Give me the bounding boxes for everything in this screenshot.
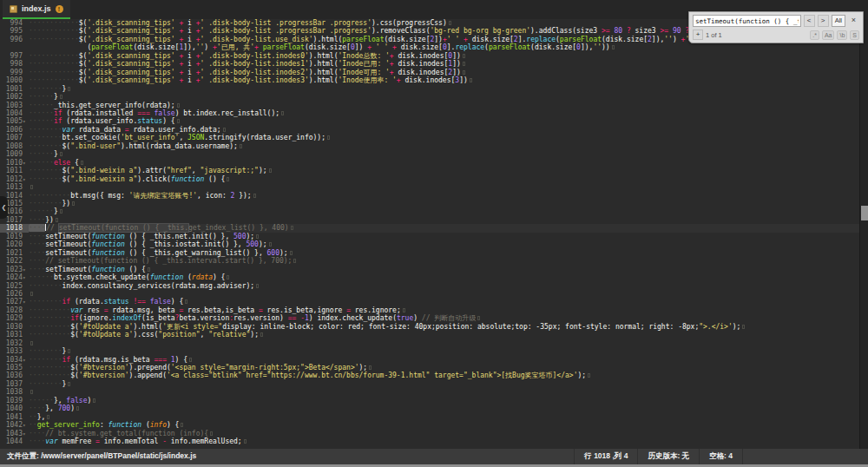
code-line: 1013 [0,183,859,191]
code-line: 1022····// setTimeout(function () { _thi… [0,257,859,265]
fold-marker-icon[interactable]: ▾ [23,421,29,429]
regex-toggle[interactable]: .* [810,30,819,40]
line-number: 1007 [0,134,29,141]
code-line: 1043▾····// bt.system.get_total(function… [0,430,859,437]
code-line: 1041··}, [0,413,859,421]
line-number: 1040 [0,405,29,412]
eol-marker [177,119,180,123]
spaces-setting[interactable]: 空格: 4 [699,449,743,464]
code-line: 1023▾····setTimeout(function () { [0,266,859,273]
eol-marker [256,234,259,239]
status-bar: 文件位置: /www/server/panel/BTPanel/static/j… [0,449,868,464]
code-line: 1032 [0,339,859,347]
eol-marker [742,325,745,329]
eol-marker [30,185,33,189]
js-file-icon [10,5,17,13]
line-number: 997 [0,52,29,60]
eol-marker [253,194,256,198]
line-number: 1020 [0,240,29,248]
line-number: 1018 [0,224,29,232]
line-number: 1009 [0,150,29,158]
code-line: 1024▾······bt.system.check_update(functi… [0,273,859,281]
code-area[interactable]: 994············$('.disk_scanning_tips' +… [0,19,859,449]
line-number: 1021 [0,249,29,257]
eol-marker [181,423,183,427]
close-search-icon[interactable]: × [848,15,859,27]
fold-marker-icon[interactable]: ▾ [23,298,29,306]
find-prev-button[interactable]: < [804,15,815,27]
fold-marker-icon[interactable]: ▾ [23,430,29,437]
eol-marker [60,209,62,214]
fold-marker-icon[interactable]: ▾ [23,356,29,364]
line-number: 999 [0,69,29,76]
fold-marker-icon[interactable]: ▾ [23,159,29,167]
eol-marker [227,177,229,181]
code-line: 1033········} [0,347,859,355]
line-number: 998 [0,60,29,68]
line-number: 1041 [0,413,29,421]
collapse-sidebar-button[interactable]: ❮ [0,196,8,219]
code-line: 1044····var memFree = info.memTotal - in… [0,437,859,445]
fold-marker-icon[interactable]: ▾ [23,266,29,273]
fold-marker-icon[interactable]: ▾ [23,273,29,281]
line-number: 1022 [0,257,29,265]
line-number: 1024▾ [0,273,29,281]
code-line: 1014··········bt.msg({ msg: '请先绑定宝塔账号!',… [0,192,859,200]
scrollbar-thumb[interactable] [861,206,868,220]
eol-marker [189,358,192,362]
code-line: 1040····}, 700) [0,405,859,412]
code-line: 1030··········$('#toUpdate a').html('更新<… [0,323,859,331]
eol-marker [327,135,330,140]
eol-marker [403,308,405,312]
case-toggle[interactable]: Aa [822,30,835,40]
eol-marker [269,168,272,173]
code-line: 1029··········if(ignore.indexOf(is_beta?… [0,314,859,322]
eol-marker [68,382,70,386]
eol-marker [290,251,293,255]
code-line: 1037········} [0,380,859,388]
code-line: 1017····}) [0,216,859,224]
search-panel: < > All × + 1 of 1 .* Aa \b S [688,11,864,43]
code-line: 1021····setTimeout(function () { _this.g… [0,249,859,257]
eol-marker [260,332,263,337]
search-input[interactable] [693,15,801,27]
eol-marker [177,103,180,108]
line-number: 1010▾ [0,159,29,167]
eol-marker [369,365,372,370]
code-line: 1028··········var res = rdata.msg, beta … [0,306,859,314]
fold-marker-icon[interactable]: ▾ [23,117,29,125]
code-line: 1025········index.consultancy_services(r… [0,282,859,290]
line-number: 1029 [0,314,29,322]
line-number: 1039 [0,397,29,405]
eol-marker [223,128,226,132]
whole-word-toggle[interactable]: \b [837,30,847,40]
fold-marker-icon[interactable]: ▾ [23,175,29,183]
code-line: 1038 [0,388,859,396]
code-line: 1034▾········if (rdata.msg.is_beta === 1… [0,356,859,364]
toggle-replace-button[interactable]: + [693,30,703,40]
in-selection-toggle[interactable]: S [850,30,859,40]
selection: ···· [29,224,45,232]
eol-marker [244,439,247,444]
code-line: 1004······if (rdata.installed === false)… [0,109,859,117]
eol-marker [185,299,187,304]
tab-indexjs[interactable]: index.js ! [3,0,70,19]
code-line: 1026 [0,290,859,298]
line-number: 994 [0,19,29,27]
line-number: 1030 [0,323,29,331]
line-number: 1037 [0,380,29,388]
code-line: 1031··········$('#toUpdate a').css("posi… [0,331,859,339]
code-line: 1011········$(".bind-weixin a").attr("hr… [0,167,859,174]
eol-marker [240,144,242,148]
code-line: 1007········bt.set_cookie('bt_user_info'… [0,134,859,141]
eol-marker [463,62,465,66]
line-number: 1031 [0,331,29,339]
history-version[interactable]: 历史版本: 无 [637,449,699,464]
find-all-button[interactable]: All [832,15,845,27]
eol-marker [463,70,465,75]
tab-title: index.js [22,4,51,13]
vertical-scrollbar[interactable] [859,19,868,449]
eol-marker [227,275,229,280]
find-next-button[interactable]: > [818,15,829,27]
code-line: 1020····setTimeout(function () { _this.i… [0,240,859,248]
